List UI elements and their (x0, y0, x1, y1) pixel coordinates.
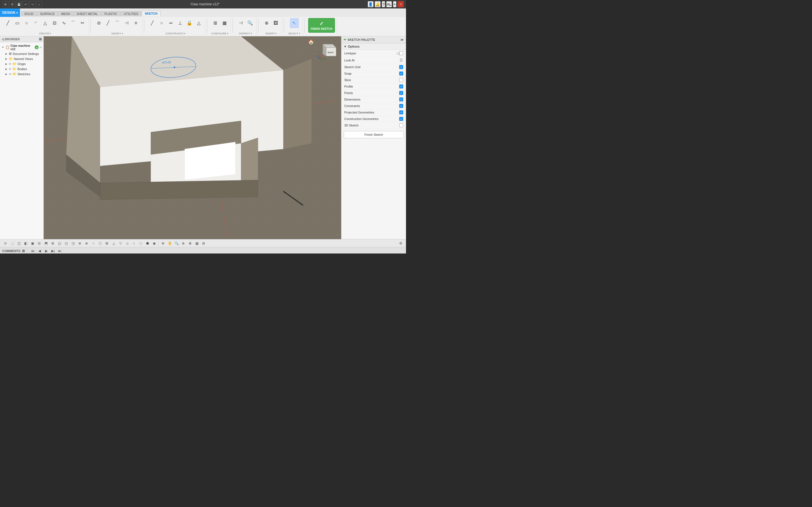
tree-item-doc-settings[interactable]: ▶ ⚙ Document Settings (0, 51, 43, 56)
tab-mesh[interactable]: MESH (58, 11, 73, 16)
sketch-view-button[interactable]: ⬜ (9, 240, 15, 246)
sketch-tool-20[interactable]: □ (138, 240, 144, 246)
snap-point-button[interactable]: ⊕ (160, 240, 166, 246)
settings-button[interactable]: ⚙ (398, 240, 404, 246)
slot-tool[interactable]: ⊟ (50, 18, 59, 28)
insert-label[interactable]: INSERT ▾ (266, 32, 277, 35)
configure-label[interactable]: CONFIGURE ▾ (211, 32, 229, 35)
offset-tool[interactable]: ✂ (78, 18, 87, 28)
nav-first-button[interactable]: ⏮ (30, 248, 36, 254)
construction-geometries-checkbox[interactable]: ✓ (399, 117, 403, 121)
close-button[interactable]: ✕ (398, 1, 404, 7)
nav-next-2-button[interactable]: ▶| (50, 248, 56, 254)
cube-navigator[interactable]: RIGHT x y z (316, 39, 339, 62)
help-button[interactable]: ? (382, 1, 385, 7)
tab-sketch[interactable]: SKETCH (142, 11, 160, 16)
home-nav-button[interactable]: ⌂ (36, 1, 42, 7)
notifications-button[interactable]: 🔔 (375, 1, 380, 7)
sketch-tool-7[interactable]: ⊞ (50, 240, 56, 246)
linetype-checkbox[interactable] (399, 51, 403, 55)
sketch-tool-5[interactable]: ⊟ (36, 240, 42, 246)
arc-tool[interactable]: ◜ (31, 18, 40, 28)
nav-next-button[interactable]: ▶ (43, 248, 49, 254)
dimensions-checkbox[interactable]: ✓ (399, 98, 403, 101)
tab-solid[interactable]: SOLID (21, 11, 37, 16)
profile-button[interactable]: 👤 (368, 1, 373, 7)
tree-item-bodies[interactable]: ▶ 👁 📁 Bodies (0, 66, 43, 71)
sketch-tool-6[interactable]: ⬒ (43, 240, 49, 246)
trim-tool[interactable]: ╱ (103, 18, 112, 28)
inspect-tool-2[interactable]: 🔍 (246, 18, 255, 28)
3d-sketch-checkbox[interactable] (399, 123, 403, 127)
insert-tool-2[interactable]: 🖼 (271, 18, 280, 28)
linetype-shape-icon[interactable]: ◁ (396, 51, 399, 55)
sketch-tool-21[interactable]: ⬟ (144, 240, 151, 246)
tree-item-origin[interactable]: ▶ 👁 📁 Origin (0, 61, 43, 66)
sketch-tool-3[interactable]: ◧ (22, 240, 29, 246)
tangent-tool[interactable]: 🔒 (185, 18, 194, 28)
equal-tool[interactable]: △ (194, 18, 203, 28)
tab-surface[interactable]: SURFACE (37, 11, 58, 16)
sketch-tool-9[interactable]: ◰ (63, 240, 69, 246)
expand-view-button[interactable]: ⤢ (336, 232, 339, 237)
zoom-button[interactable]: 🔍 (173, 240, 180, 246)
fillet-tool[interactable]: ⌒ (113, 18, 122, 28)
viewport[interactable]: ø15.00 🏠 ⤢ RIGHT x y z (44, 36, 341, 239)
circle-tool[interactable]: ○ (22, 18, 31, 28)
tree-item-named-views[interactable]: ▶ 📁 Named Views (0, 56, 43, 61)
snap-checkbox[interactable]: ✓ (399, 71, 403, 75)
sketch-tool-13[interactable]: ○ (90, 240, 96, 246)
configure-tool-2[interactable]: ▦ (220, 18, 229, 28)
file-menu-button[interactable]: ☰ (9, 1, 15, 7)
sketch-tool-10[interactable]: ◳ (70, 240, 76, 246)
sketch-palette-collapse-icon[interactable]: ≫ (400, 38, 404, 42)
nav-last-button[interactable]: ⏭ (57, 248, 63, 254)
tab-plastic[interactable]: PLASTIC (101, 11, 120, 16)
save-button[interactable]: 💾 (16, 1, 22, 7)
finish-sketch-palette-button[interactable]: Finish Sketch (344, 131, 404, 138)
sketch-tool-18[interactable]: ◇ (124, 240, 130, 246)
line-tool[interactable]: ╱ (3, 18, 12, 28)
select-label[interactable]: SELECT ▾ (288, 32, 300, 35)
sketch-grid-checkbox[interactable]: ✓ (399, 65, 403, 69)
sketch-tool-12[interactable]: ⊕ (84, 240, 90, 246)
configure-tool-1[interactable]: ⊞ (211, 18, 220, 28)
sketch-tool-19[interactable]: ○ (131, 240, 137, 246)
app-menu-button[interactable]: ⊞ (2, 1, 8, 7)
parallel-tool[interactable]: ═ (166, 18, 175, 28)
user-button[interactable]: AL (386, 1, 392, 7)
zoom-window-button[interactable]: ⊕ (180, 240, 186, 246)
tab-sheet-metal[interactable]: SHEET METAL (73, 11, 101, 16)
new-tab-button[interactable]: + (393, 1, 396, 7)
design-menu-button[interactable]: DESIGN ▾ (0, 8, 20, 17)
sp-options-header[interactable]: ▼ Options (342, 43, 406, 50)
undo-button[interactable]: ↩ (22, 1, 29, 7)
sketch-tool-16[interactable]: △ (110, 240, 117, 246)
view-cube-button[interactable]: ▦ (194, 240, 200, 246)
polygon-tool[interactable]: △ (41, 18, 50, 28)
conic-tool[interactable]: ⌒ (68, 18, 78, 28)
coincident-tool[interactable]: ╱ (148, 18, 157, 28)
joint-tool-button[interactable]: ⊙ (2, 240, 8, 246)
sketch-tool-2[interactable]: ◫ (16, 240, 22, 246)
sketch-tool-17[interactable]: ▽ (117, 240, 123, 246)
spline-tool[interactable]: ∿ (59, 18, 68, 28)
constraints-checkbox[interactable]: ✓ (399, 104, 403, 108)
sketch-tool-8[interactable]: ◱ (56, 240, 63, 246)
points-checkbox[interactable]: ✓ (399, 91, 403, 95)
create-label[interactable]: CREATE ▾ (39, 32, 51, 35)
browser-expand-icon[interactable]: ⊞ (39, 37, 42, 41)
browser-collapse-icon[interactable]: ◁ (2, 38, 4, 41)
perp-tool[interactable]: ⊥ (175, 18, 185, 28)
look-at-icon[interactable]: 🗓 (399, 58, 403, 62)
measure-tool[interactable]: ⊣ (236, 18, 245, 28)
grid-toggle-button[interactable]: ⊞ (200, 240, 207, 246)
sketch-tool-22[interactable]: ◉ (151, 240, 157, 246)
offset-mod-tool[interactable]: ⊘ (94, 18, 103, 28)
tree-item-sketches[interactable]: ▶ 👁 📁 Sketches (0, 71, 43, 76)
collinear-tool[interactable]: ○ (157, 18, 166, 28)
pattern-tool[interactable]: ≡ (132, 18, 140, 28)
projected-geometries-checkbox[interactable]: ✓ (399, 110, 403, 114)
finish-sketch-ribbon-button[interactable]: ✓ FINISH SKETCH (308, 18, 335, 33)
tab-utilities[interactable]: UTILITIES (121, 11, 141, 16)
